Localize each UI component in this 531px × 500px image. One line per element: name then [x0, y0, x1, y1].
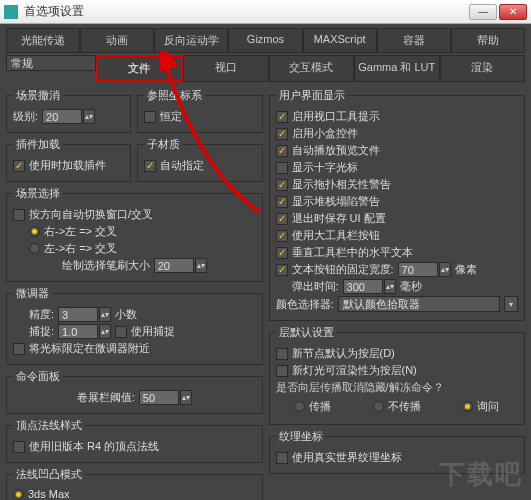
- snap-input[interactable]: [58, 324, 98, 339]
- scenesel-rl-label: 右->左 => 交叉: [44, 224, 117, 239]
- flyout-input[interactable]: [343, 279, 383, 294]
- prec-input[interactable]: [58, 307, 98, 322]
- tab-viewport[interactable]: 视口: [183, 55, 269, 82]
- submat-auto-label: 自动指定: [160, 158, 204, 173]
- spinner-legend: 微调器: [13, 286, 52, 301]
- ui-autoplay-checkbox[interactable]: [276, 145, 288, 157]
- ui-fixedw-input[interactable]: [398, 262, 438, 277]
- flyout-spinner[interactable]: ▴▾: [343, 279, 396, 294]
- rollup-spinner[interactable]: ▴▾: [139, 390, 192, 405]
- tab-gizmos[interactable]: Gizmos: [228, 28, 302, 53]
- coord-constant-checkbox[interactable]: [144, 111, 156, 123]
- normal-r4-label: 使用旧版本 R4 的顶点法线: [29, 439, 159, 454]
- rollup-input[interactable]: [139, 390, 179, 405]
- tab-maxscript[interactable]: MAXScript: [303, 28, 377, 53]
- spinner-arrows-icon[interactable]: ▴▾: [384, 279, 396, 294]
- undo-level-label: 级别:: [13, 109, 38, 124]
- undo-level-input[interactable]: [42, 109, 82, 124]
- layer-ask-radio[interactable]: [462, 401, 473, 412]
- colorpicker-select[interactable]: 默认颜色拾取器: [338, 296, 500, 312]
- tab-help[interactable]: 帮助: [451, 28, 525, 53]
- tess-legend: 法线凹凸模式: [13, 467, 85, 482]
- brush-spinner[interactable]: ▴▾: [154, 258, 207, 273]
- tab-general[interactable]: 常规: [6, 55, 96, 71]
- submat-auto-checkbox[interactable]: [144, 160, 156, 172]
- plugin-onuse-label: 使用时加载插件: [29, 158, 106, 173]
- plugin-onuse-checkbox[interactable]: [13, 160, 25, 172]
- ui-tooltip-checkbox[interactable]: [276, 111, 288, 123]
- layer-legend: 层默认设置: [276, 325, 337, 340]
- snap-label: 捕捉:: [29, 324, 54, 339]
- tab-render[interactable]: 渲染: [440, 55, 526, 82]
- tab-files[interactable]: 文件: [96, 55, 184, 82]
- layer-newnode-label: 新节点默认为按层(D): [292, 346, 395, 361]
- ui-crosshair-checkbox[interactable]: [276, 162, 288, 174]
- cmd-legend: 命令面板: [13, 369, 63, 384]
- tab-radiosity[interactable]: 光能传递: [6, 28, 80, 53]
- undo-level-spinner[interactable]: ▴▾: [42, 109, 95, 124]
- spinner-arrows-icon[interactable]: ▴▾: [439, 262, 451, 277]
- undo-legend: 场景撤消: [13, 88, 63, 103]
- snap-use-checkbox[interactable]: [115, 326, 127, 338]
- ui-legend: 用户界面显示: [276, 88, 348, 103]
- ui-collapse-label: 显示堆栈塌陷警告: [292, 194, 380, 209]
- spinner-arrows-icon[interactable]: ▴▾: [99, 307, 111, 322]
- ui-topo-checkbox[interactable]: [276, 179, 288, 191]
- snap-use-label: 使用捕捉: [131, 324, 175, 339]
- tab-row-2: 常规 文件 视口 交互模式 Gamma 和 LUT 渲染: [6, 55, 525, 82]
- spinner-arrows-icon[interactable]: ▴▾: [180, 390, 192, 405]
- coord-legend: 参照坐标系: [144, 88, 205, 103]
- tab-interaction[interactable]: 交互模式: [269, 55, 355, 82]
- spinner-arrows-icon[interactable]: ▴▾: [195, 258, 207, 273]
- tex-real-checkbox[interactable]: [276, 452, 288, 464]
- tab-ik[interactable]: 反向运动学: [154, 28, 228, 53]
- layer-prop-radio[interactable]: [294, 401, 305, 412]
- layer-newnode-checkbox[interactable]: [276, 348, 288, 360]
- prec-spinner[interactable]: ▴▾: [58, 307, 111, 322]
- ui-saveui-checkbox[interactable]: [276, 213, 288, 225]
- ui-bigtb-label: 使用大工具栏按钮: [292, 228, 380, 243]
- scenesel-lr-radio[interactable]: [29, 243, 40, 254]
- tess-3dsmax-radio[interactable]: [13, 489, 24, 500]
- ui-autoplay-label: 自动播放预览文件: [292, 143, 380, 158]
- prec-unit: 小数: [115, 307, 137, 322]
- tab-gamma[interactable]: Gamma 和 LUT: [354, 55, 440, 82]
- window-title: 首选项设置: [24, 3, 469, 20]
- layer-noprop-radio[interactable]: [373, 401, 384, 412]
- ui-vtext-checkbox[interactable]: [276, 247, 288, 259]
- layer-noprop-label: 不传播: [388, 399, 421, 414]
- normal-legend: 顶点法线样式: [13, 418, 85, 433]
- tab-animation[interactable]: 动画: [80, 28, 154, 53]
- layer-prop-label: 传播: [309, 399, 331, 414]
- coord-constant-label: 恒定: [160, 109, 182, 124]
- layer-newlight-checkbox[interactable]: [276, 365, 288, 377]
- tab-containers[interactable]: 容器: [377, 28, 451, 53]
- ui-caddy-checkbox[interactable]: [276, 128, 288, 140]
- spinner-lock-label: 将光标限定在微调器附近: [29, 341, 150, 356]
- tex-real-label: 使用真实世界纹理坐标: [292, 450, 402, 465]
- flyout-label: 弹出时间:: [292, 279, 339, 294]
- close-button[interactable]: ✕: [499, 4, 527, 20]
- scenesel-rl-radio[interactable]: [29, 226, 40, 237]
- snap-spinner[interactable]: ▴▾: [58, 324, 111, 339]
- scenesel-auto-checkbox[interactable]: [13, 209, 25, 221]
- normal-r4-checkbox[interactable]: [13, 441, 25, 453]
- rollup-label: 卷展栏阈值:: [77, 390, 135, 405]
- ui-fixedw-spinner[interactable]: ▴▾: [398, 262, 451, 277]
- ui-collapse-checkbox[interactable]: [276, 196, 288, 208]
- ui-fixedw-checkbox[interactable]: [276, 264, 288, 276]
- brush-input[interactable]: [154, 258, 194, 273]
- spinner-lock-checkbox[interactable]: [13, 343, 25, 355]
- ui-bigtb-checkbox[interactable]: [276, 230, 288, 242]
- scenesel-auto-label: 按方向自动切换窗口/交叉: [29, 207, 153, 222]
- ui-fixedw-label: 文本按钮的固定宽度:: [292, 262, 394, 277]
- minimize-button[interactable]: —: [469, 4, 497, 20]
- app-icon: [4, 5, 18, 19]
- ui-vtext-label: 垂直工具栏中的水平文本: [292, 245, 413, 260]
- ui-saveui-label: 退出时保存 UI 配置: [292, 211, 386, 226]
- spinner-arrows-icon[interactable]: ▴▾: [83, 109, 95, 124]
- spinner-arrows-icon[interactable]: ▴▾: [99, 324, 111, 339]
- ui-topo-label: 显示拖扑相关性警告: [292, 177, 391, 192]
- ui-fixedw-unit: 像素: [455, 262, 477, 277]
- dropdown-arrow-icon[interactable]: ▾: [504, 296, 518, 312]
